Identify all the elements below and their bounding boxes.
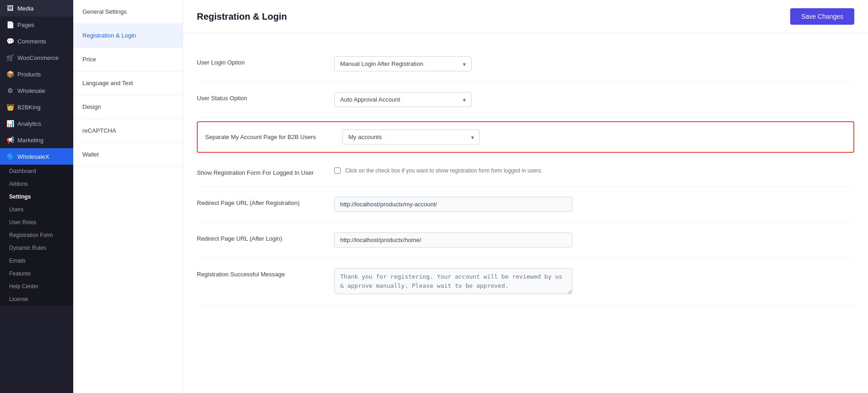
sidebar-item-media[interactable]: 🖼 Media (0, 0, 73, 16)
submenu-dynamic-rules[interactable]: Dynamic Rules (0, 242, 73, 254)
submenu-users[interactable]: Users (0, 203, 73, 216)
analytics-icon: 📊 (6, 120, 14, 127)
page-header: Registration & Login Save Changes (183, 0, 868, 33)
settings-form: User Login Option Manual Login After Reg… (183, 33, 868, 319)
redirect-registration-control (334, 197, 854, 212)
sidebar-item-wholesalex[interactable]: 🔷 WholesaleX (0, 148, 73, 165)
nav-language[interactable]: Language and Text (73, 71, 183, 95)
sidebar-item-marketing[interactable]: 📢 Marketing (0, 132, 73, 148)
settings-nav: General Settings Registration & Login Pr… (73, 0, 183, 393)
wholesalex-icon: 🔷 (6, 153, 14, 160)
separate-account-label: Separate My Account Page for B2B Users (205, 134, 342, 140)
nav-design[interactable]: Design (73, 95, 183, 119)
submenu-dashboard[interactable]: Dashboard (0, 165, 73, 178)
page-title: Registration & Login (197, 11, 287, 22)
sidebar-item-wholesale[interactable]: ⚙ Wholesale (0, 82, 73, 99)
user-login-select-wrapper: Manual Login After Registration Auto Log… (334, 56, 472, 71)
user-login-option-control: Manual Login After Registration Auto Log… (334, 56, 854, 71)
products-icon: 📦 (6, 70, 14, 78)
redirect-registration-row: Redirect Page URL (After Registration) (197, 187, 854, 222)
redirect-login-input[interactable] (334, 232, 572, 248)
registration-success-textarea[interactable]: Thank you for registering. Your account … (334, 268, 572, 294)
nav-wallet[interactable]: Wallet (73, 143, 183, 167)
user-login-option-row: User Login Option Manual Login After Reg… (197, 46, 854, 82)
pages-icon: 📄 (6, 21, 14, 28)
redirect-login-control (334, 232, 854, 248)
comments-icon: 💬 (6, 38, 14, 45)
sidebar-item-analytics[interactable]: 📊 Analytics (0, 115, 73, 132)
submenu-settings[interactable]: Settings (0, 190, 73, 203)
separate-account-select[interactable]: My accounts None (342, 129, 480, 145)
redirect-login-row: Redirect Page URL (After Login) (197, 222, 854, 258)
user-login-option-label: User Login Option (197, 56, 334, 66)
user-status-select-wrapper: Auto Approval Account Manual Approval Ac… (334, 92, 472, 107)
user-status-option-label: User Status Option (197, 92, 334, 102)
redirect-registration-input[interactable] (334, 197, 572, 212)
media-icon: 🖼 (6, 5, 14, 12)
submenu-emails[interactable]: Emails (0, 254, 73, 267)
separate-account-select-wrapper: My accounts None (342, 129, 480, 145)
nav-price[interactable]: Price (73, 48, 183, 71)
show-registration-form-control: Click on the check box if you want to sh… (334, 167, 854, 175)
nav-registration[interactable]: Registration & Login (73, 24, 183, 48)
show-registration-form-row: Show Registration Form For Logged In Use… (197, 156, 854, 187)
user-status-option-control: Auto Approval Account Manual Approval Ac… (334, 92, 854, 107)
submenu-license[interactable]: License (0, 293, 73, 306)
redirect-registration-label: Redirect Page URL (After Registration) (197, 197, 334, 206)
submenu-help-center[interactable]: Help Center (0, 280, 73, 293)
registration-success-control: Thank you for registering. Your account … (334, 268, 854, 296)
nav-general[interactable]: General Settings (73, 0, 183, 24)
redirect-login-label: Redirect Page URL (After Login) (197, 232, 334, 242)
registration-success-row: Registration Successful Message Thank yo… (197, 258, 854, 306)
submenu-addons[interactable]: Addons (0, 178, 73, 190)
main-content: Registration & Login Save Changes User L… (183, 0, 868, 393)
wholesalex-submenu: Dashboard Addons Settings Users User Rol… (0, 165, 73, 306)
sidebar-item-products[interactable]: 📦 Products (0, 66, 73, 82)
submenu-registration-form[interactable]: Registration Form (0, 229, 73, 242)
marketing-icon: 📢 (6, 136, 14, 144)
show-registration-checkbox[interactable] (334, 167, 341, 174)
woocommerce-icon: 🛒 (6, 54, 14, 61)
show-registration-checkbox-area: Click on the check box if you want to sh… (334, 167, 854, 175)
save-button[interactable]: Save Changes (790, 8, 854, 25)
nav-recaptcha[interactable]: reCAPTCHA (73, 119, 183, 143)
show-registration-form-label: Show Registration Form For Logged In Use… (197, 167, 334, 176)
separate-account-row: Separate My Account Page for B2B Users M… (197, 121, 854, 153)
registration-success-label: Registration Successful Message (197, 268, 334, 278)
submenu-user-roles[interactable]: User Roles (0, 216, 73, 229)
sidebar-item-woocommerce[interactable]: 🛒 WooCommerce (0, 49, 73, 66)
user-login-select[interactable]: Manual Login After Registration Auto Log… (334, 56, 472, 71)
sidebar-item-comments[interactable]: 💬 Comments (0, 33, 73, 49)
sidebar-item-b2bking[interactable]: 👑 B2BKing (0, 99, 73, 115)
b2bking-icon: 👑 (6, 103, 14, 111)
user-status-option-row: User Status Option Auto Approval Account… (197, 82, 854, 118)
sidebar-item-pages[interactable]: 📄 Pages (0, 16, 73, 33)
user-status-select[interactable]: Auto Approval Account Manual Approval Ac… (334, 92, 472, 107)
submenu-features[interactable]: Features (0, 267, 73, 280)
separate-account-control: My accounts None (342, 129, 846, 145)
sidebar: 🖼 Media 📄 Pages 💬 Comments 🛒 WooCommerce… (0, 0, 73, 393)
wholesale-icon: ⚙ (6, 87, 14, 94)
show-registration-desc: Click on the check box if you want to sh… (345, 167, 542, 175)
